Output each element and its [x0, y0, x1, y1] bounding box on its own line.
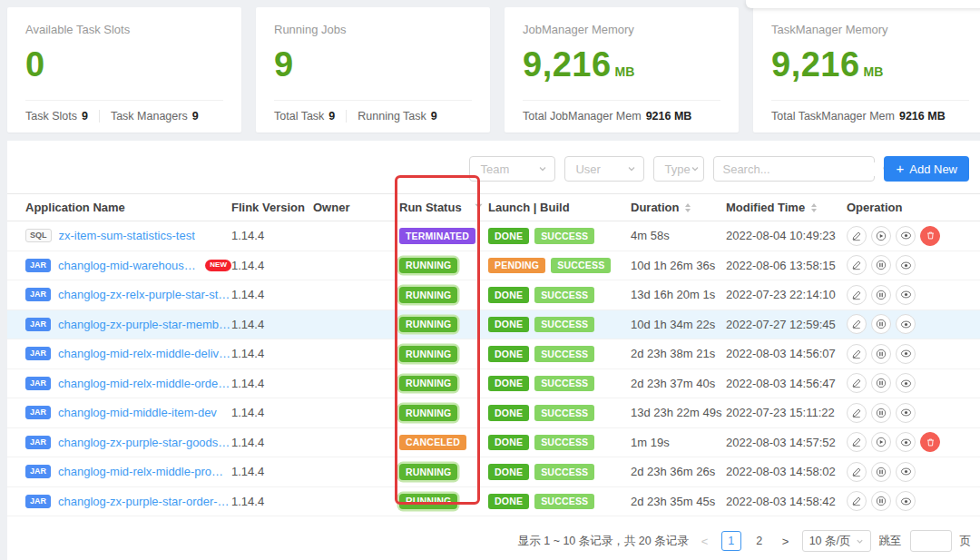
build-status-badge: SUCCESS: [534, 405, 594, 421]
add-new-label: Add New: [909, 162, 957, 176]
delete-button[interactable]: [920, 226, 940, 246]
team-select[interactable]: Team: [469, 156, 555, 182]
search-input[interactable]: [722, 162, 882, 176]
detail-button[interactable]: [896, 491, 916, 511]
page-button-1[interactable]: 1: [721, 531, 741, 551]
edit-button[interactable]: [847, 285, 867, 305]
page-size-select[interactable]: 10 条/页: [802, 530, 871, 552]
application-name-link[interactable]: changlog-mid-relx-middle-order-dev: [58, 377, 231, 390]
next-page-button[interactable]: >: [778, 535, 794, 548]
detail-button[interactable]: [896, 314, 916, 334]
start-button[interactable]: [871, 226, 891, 246]
table-row[interactable]: SQL zx-item-sum-statistics-test 1.14.4 T…: [7, 221, 980, 251]
modified-time-cell: 2022-08-03 14:57:52: [726, 436, 847, 449]
detail-button[interactable]: [896, 403, 916, 423]
column-run-status: Run Status: [399, 201, 488, 214]
edit-button[interactable]: [847, 403, 867, 423]
duration-cell: 1m 19s: [631, 436, 726, 449]
modified-time-cell: 2022-07-23 15:11:22: [726, 406, 847, 419]
stat-footer: Total Task9Running Task9: [274, 100, 472, 123]
detail-button[interactable]: [896, 373, 916, 393]
stat-card: Running Jobs 9 Total Task9Running Task9: [256, 7, 490, 133]
launch-status-badge: DONE: [488, 287, 529, 303]
sort-carets-icon[interactable]: [685, 203, 691, 212]
application-name-link[interactable]: changlog-zx-purple-star-order-dev: [58, 495, 231, 508]
table-row[interactable]: JAR changlog-mid-relx-middle-order-dev 1…: [7, 369, 980, 399]
table-row[interactable]: JAR changlog-zx-relx-purple-star-store-d…: [7, 280, 980, 310]
detail-button[interactable]: [896, 432, 916, 452]
edit-icon: [851, 378, 862, 388]
application-name-link[interactable]: zx-item-sum-statistics-test: [59, 229, 195, 242]
run-status-badge: RUNNING: [399, 258, 457, 274]
add-new-button[interactable]: + Add New: [884, 156, 969, 182]
table-row[interactable]: JAR changlog-mid-middle-item-dev 1.14.4 …: [7, 398, 980, 428]
prev-page-button[interactable]: <: [697, 535, 713, 548]
table-row[interactable]: JAR changlog-zx-purple-star-order-dev 1.…: [7, 487, 980, 517]
detail-button[interactable]: [896, 462, 916, 482]
edit-button[interactable]: [847, 255, 867, 275]
start-button[interactable]: [871, 432, 891, 452]
edit-button[interactable]: [847, 432, 867, 452]
stat-value: 0: [25, 47, 45, 82]
flink-version-cell: 1.14.4: [231, 229, 313, 242]
stat-footer-item: Running Task9: [346, 110, 436, 123]
edit-button[interactable]: [847, 226, 867, 246]
stat-footer-label: Total Task: [274, 110, 324, 123]
stat-footer-value: 9: [192, 110, 199, 123]
edit-button[interactable]: [847, 373, 867, 393]
delete-icon: [926, 437, 936, 447]
table-row[interactable]: JAR changlog-mid-relx-middle-deliver-dev…: [7, 339, 980, 369]
application-name-link[interactable]: changlog-mid-relx-middle-promotion-dev: [58, 465, 231, 478]
column-application-name: Application Name: [25, 201, 231, 214]
cancel-button[interactable]: [871, 491, 891, 511]
application-name-link[interactable]: changlog-mid-relx-middle-deliver-dev: [58, 347, 231, 360]
detail-button[interactable]: [896, 285, 916, 305]
edit-button[interactable]: [847, 491, 867, 511]
table-row[interactable]: JAR changlog-mid-relx-middle-promotion-d…: [7, 457, 980, 487]
cancel-button[interactable]: [871, 344, 891, 364]
table-row[interactable]: JAR changlog-zx-purple-star-goods-dev 1.…: [7, 428, 980, 458]
stat-unit: MB: [615, 64, 635, 79]
application-name-link[interactable]: changlog-mid-warehouse-dev: [58, 259, 198, 272]
column-modified-time[interactable]: Modified Time: [726, 201, 847, 214]
new-badge: NEW: [205, 260, 231, 271]
detail-button[interactable]: [896, 226, 916, 246]
application-name-link[interactable]: changlog-zx-relx-purple-star-store-dev: [58, 288, 231, 301]
operation-buttons: [847, 285, 980, 305]
stat-footer-label: Running Task: [358, 110, 426, 123]
modified-time-cell: 2022-08-03 14:56:07: [726, 347, 847, 360]
sort-carets-icon[interactable]: [811, 203, 817, 212]
flink-version-cell: 1.14.4: [231, 406, 313, 419]
cancel-button[interactable]: [871, 255, 891, 275]
delete-button[interactable]: [920, 432, 940, 452]
filter-funnel-icon[interactable]: [474, 202, 484, 212]
type-select[interactable]: Type: [653, 156, 704, 182]
app-type-tag: JAR: [25, 377, 51, 390]
table-row[interactable]: JAR changlog-mid-warehouse-dev NEW 1.14.…: [7, 251, 980, 281]
launch-status-badge: DONE: [488, 317, 529, 333]
edit-button[interactable]: [847, 344, 867, 364]
application-name-link[interactable]: changlog-zx-purple-star-goods-dev: [58, 436, 231, 449]
detail-icon: [900, 407, 912, 418]
table-row[interactable]: JAR changlog-zx-purple-star-member-dev 1…: [7, 310, 980, 340]
application-name-link[interactable]: changlog-mid-middle-item-dev: [58, 406, 217, 419]
page-button-2[interactable]: 2: [750, 531, 769, 551]
cancel-button[interactable]: [871, 285, 891, 305]
launch-status-badge: DONE: [488, 435, 529, 451]
application-name-link[interactable]: changlog-zx-purple-star-member-dev: [58, 318, 231, 331]
detail-button[interactable]: [896, 344, 916, 364]
cancel-button[interactable]: [871, 462, 891, 482]
modified-time-cell: 2022-07-23 22:14:10: [726, 288, 847, 301]
cancel-button[interactable]: [871, 314, 891, 334]
edit-icon: [851, 260, 862, 270]
column-duration[interactable]: Duration: [631, 201, 726, 214]
jump-to-page-input[interactable]: [910, 530, 952, 552]
start-icon: [876, 231, 887, 241]
cancel-button[interactable]: [871, 403, 891, 423]
detail-button[interactable]: [896, 255, 916, 275]
cancel-button[interactable]: [871, 373, 891, 393]
edit-button[interactable]: [847, 462, 867, 482]
top-right-popup-edge: [746, 0, 980, 8]
edit-button[interactable]: [847, 314, 867, 334]
user-select[interactable]: User: [564, 156, 644, 182]
